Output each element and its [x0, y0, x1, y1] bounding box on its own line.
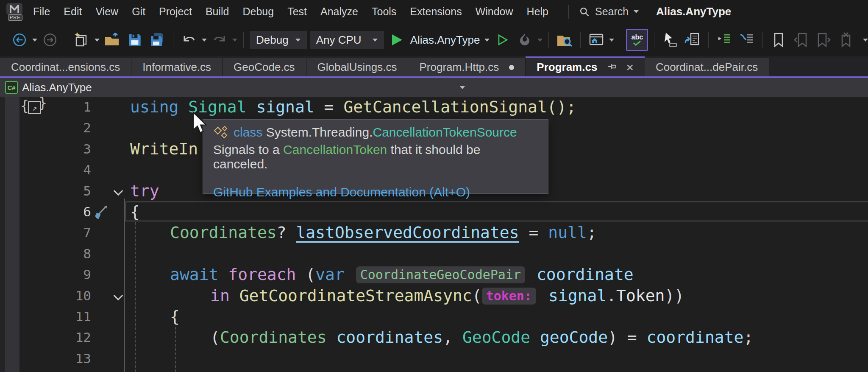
new-project-button[interactable] [72, 30, 92, 50]
tab-program-http-cs[interactable]: Program.Http.cs [408, 58, 526, 76]
menu-analyze[interactable]: Analyze [314, 0, 365, 23]
line-number[interactable]: 10 [0, 285, 91, 306]
menu-git[interactable]: Git [125, 0, 152, 23]
play-outline-icon [495, 33, 509, 47]
undo-button[interactable] [179, 30, 199, 50]
menu-tools[interactable]: Tools [365, 0, 403, 23]
tab-globalusings-cs[interactable]: GlobalUsings.cs [306, 58, 409, 76]
code-line-10[interactable]: 10in GetCoordinateStreamAsync(token: sig… [0, 285, 868, 306]
line-number[interactable]: 5 [0, 181, 91, 201]
hot-reload-button[interactable] [515, 30, 534, 50]
navigate-backward-menu-caret[interactable] [32, 39, 37, 42]
window-title: Alias.AnyType [656, 0, 731, 23]
outlining-guide[interactable] [124, 199, 125, 372]
find-in-files-icon [556, 31, 573, 48]
format-indent-button[interactable] [715, 30, 734, 50]
line-number[interactable]: 6 [0, 201, 91, 222]
line-gutter [91, 159, 130, 180]
code-line-12[interactable]: 12(Coordinates coordinates, GeoCode geoC… [0, 327, 868, 348]
solution-explorer-button[interactable] [587, 30, 606, 50]
line-number[interactable]: 2 [0, 117, 91, 138]
redo-menu-caret[interactable] [232, 39, 237, 42]
tab-coordinat-depair-cs[interactable]: Coordinat...dePair.cs [645, 58, 769, 76]
search-control[interactable]: Search [579, 0, 639, 23]
code-text: await foreach (var CoordinateGeoCodePair… [130, 264, 634, 285]
code-line-7[interactable]: 7Coordinates? lastObservedCoordinates = … [0, 222, 868, 243]
open-file-button[interactable] [103, 30, 122, 50]
previous-bookmark-button[interactable] [791, 30, 811, 50]
navigate-backward-button[interactable] [10, 30, 29, 50]
next-bookmark-button[interactable] [814, 30, 833, 50]
toggle-bookmark-button[interactable] [769, 30, 788, 50]
menu-edit[interactable]: Edit [57, 0, 89, 23]
search-icon [579, 6, 590, 17]
braces-navigate-icon[interactable]: {↗} [20, 98, 47, 114]
tooltip-github-link[interactable]: GitHub Examples and Documentation (Alt+O… [213, 185, 538, 199]
menu-debug[interactable]: Debug [236, 0, 281, 23]
pin-icon[interactable] [606, 61, 618, 74]
code-text: WriteIn [130, 139, 198, 159]
navigation-bar[interactable]: C# Alias.AnyType [0, 78, 868, 97]
code-line-1[interactable]: 1using Signal signal = GetCancellationSi… [0, 97, 868, 117]
solution-platform-dropdown[interactable]: Any CPU [310, 31, 384, 49]
line-number[interactable]: 3 [0, 139, 91, 159]
project-dropdown-caret[interactable] [460, 86, 465, 89]
navigate-forward-button[interactable] [40, 30, 60, 50]
vs-logo-mark [6, 3, 23, 15]
platform-value: Any CPU [316, 34, 362, 47]
line-number[interactable]: 7 [0, 222, 91, 243]
line-number[interactable]: 12 [0, 327, 91, 348]
format-outdent-button[interactable] [737, 30, 757, 50]
tab-label: Informative.cs [142, 61, 211, 74]
tab-informative-cs[interactable]: Informative.cs [131, 58, 223, 76]
line-number[interactable]: 9 [0, 264, 91, 285]
menu-test[interactable]: Test [281, 0, 314, 23]
menu-build[interactable]: Build [199, 0, 236, 23]
menu-view[interactable]: View [89, 0, 125, 23]
code-editor[interactable]: {↗} 1using Signal signal = GetCancellati… [0, 97, 868, 372]
save-all-button[interactable] [147, 30, 167, 50]
tab-program-cs[interactable]: Program.cs× [526, 56, 645, 76]
startup-project-label[interactable]: Alias.AnyType [410, 34, 480, 47]
menu-window[interactable]: Window [469, 0, 520, 23]
code-line-11[interactable]: 11{ [0, 306, 868, 327]
toolbar-options-caret[interactable] [863, 39, 868, 42]
tab-geocode-cs[interactable]: GeoCode.cs [223, 58, 306, 76]
solution-explorer-menu-caret[interactable] [609, 39, 614, 42]
line-number[interactable]: 8 [0, 243, 91, 264]
tooltip-signature: class System.Threading.CancellationToken… [234, 125, 517, 140]
fold-chevron-icon[interactable] [114, 291, 123, 300]
menu-file[interactable]: File [26, 0, 57, 23]
start-without-debugging-button[interactable] [492, 30, 512, 50]
close-icon[interactable]: × [626, 61, 634, 74]
find-in-files-button[interactable] [555, 30, 574, 50]
selection-mode-button[interactable] [660, 30, 680, 50]
code-line-8[interactable]: 8 [0, 243, 868, 264]
indent-guide-level1 [135, 222, 136, 372]
navigate-to-code-button[interactable] [683, 30, 702, 50]
line-number[interactable]: 4 [0, 159, 91, 180]
fold-chevron-icon[interactable] [114, 186, 123, 196]
code-line-13[interactable]: 13 [0, 348, 868, 369]
play-icon [389, 32, 404, 48]
platform-caret-icon [373, 39, 378, 42]
solution-configuration-dropdown[interactable]: Debug [250, 31, 307, 49]
tab-coordinat-ensions-cs[interactable]: Coordinat...ensions.cs [0, 58, 131, 76]
line-number[interactable]: 13 [0, 348, 91, 369]
startup-project-caret[interactable] [484, 39, 490, 42]
redo-button[interactable] [210, 30, 229, 50]
clear-bookmarks-button[interactable] [836, 30, 856, 50]
line-number[interactable]: 11 [0, 306, 91, 327]
project-dropdown-label[interactable]: Alias.AnyType [22, 81, 92, 94]
menu-project[interactable]: Project [152, 0, 199, 23]
menu-extensions[interactable]: Extensions [403, 0, 468, 23]
spell-checker-toggle[interactable]: abc [626, 29, 648, 51]
code-line-9[interactable]: 9await foreach (var CoordinateGeoCodePai… [0, 264, 868, 285]
hot-reload-menu-caret[interactable] [537, 39, 542, 42]
new-project-menu-caret[interactable] [95, 39, 100, 42]
menu-help[interactable]: Help [520, 0, 555, 23]
save-button[interactable] [125, 30, 145, 50]
undo-menu-caret[interactable] [202, 39, 207, 42]
start-debugging-button[interactable] [387, 30, 406, 50]
save-icon [127, 32, 143, 48]
